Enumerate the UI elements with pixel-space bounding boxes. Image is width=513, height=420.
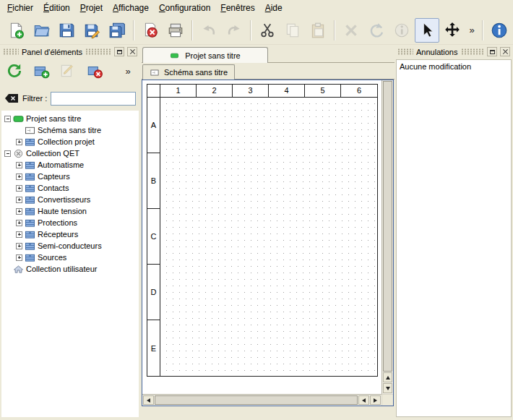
float-panel-button[interactable] [114, 47, 124, 56]
grip-icon[interactable] [85, 48, 111, 55]
close-panel-button[interactable] [127, 47, 137, 56]
new-document-button[interactable] [4, 18, 28, 43]
tree-item-project[interactable]: Projet sans titre [1, 113, 139, 124]
vertical-scrollbar-thumb[interactable] [383, 81, 392, 372]
undo-panel-titlebar[interactable]: Annulations [396, 46, 512, 57]
paste-icon [309, 22, 327, 39]
paste-button[interactable] [306, 18, 330, 43]
schema-tab-label: Schéma sans titre [164, 68, 228, 77]
toolbar-overflow-button[interactable]: » [465, 20, 478, 41]
tree-item-label: Capteurs [38, 172, 70, 181]
collection-icon [25, 195, 35, 205]
scroll-right-button[interactable] [370, 395, 381, 405]
toolbar-separator [133, 20, 134, 40]
scroll-left-button[interactable] [143, 395, 154, 405]
scroll-down-button[interactable] [383, 383, 392, 393]
tree-item-schema[interactable]: Schéma sans titre [1, 124, 139, 136]
elements-toolbar-overflow-button[interactable]: » [121, 60, 134, 82]
expander-icon[interactable] [16, 254, 22, 261]
tree-item-haute-tension[interactable]: Haute tension [1, 205, 139, 217]
copy-button[interactable] [280, 18, 305, 43]
element-info-button[interactable] [389, 18, 414, 43]
edit-element-button[interactable] [57, 60, 79, 82]
menu-edition[interactable]: Édition [38, 1, 75, 15]
menu-affichage[interactable]: Affichage [108, 1, 154, 15]
filter-input[interactable] [51, 92, 136, 106]
schema-tab[interactable]: Schéma sans titre [142, 64, 235, 80]
undo-history-list[interactable]: Aucune modification [396, 59, 512, 417]
redo-button[interactable] [222, 18, 246, 43]
backspace-clear-icon[interactable] [4, 93, 19, 103]
save-as-button[interactable] [79, 18, 104, 43]
close-file-button[interactable] [138, 18, 163, 43]
grip-icon[interactable] [461, 48, 485, 55]
collection-icon [25, 160, 35, 170]
expander-icon[interactable] [16, 243, 22, 249]
grip-icon[interactable] [397, 48, 413, 55]
expander-icon[interactable] [16, 197, 22, 203]
menu-fichier[interactable]: Fichier [2, 1, 38, 15]
vertical-scrollbar[interactable] [381, 80, 393, 394]
arrow-left-icon [362, 398, 366, 403]
tree-item-label: Protections [38, 218, 77, 227]
elements-panel-titlebar[interactable]: Panel d'éléments [1, 46, 139, 57]
tree-item-collection-projet[interactable]: Collection projet [1, 136, 139, 147]
menu-aide[interactable]: Aide [260, 1, 288, 15]
tree-item-semi-conducteurs[interactable]: Semi-conducteurs [1, 240, 139, 252]
expander-icon[interactable] [16, 139, 22, 145]
delete-button[interactable] [339, 18, 363, 43]
chevron-double-icon: » [125, 66, 130, 77]
menu-configuration[interactable]: Configuration [154, 1, 215, 15]
about-button[interactable] [487, 18, 512, 43]
scroll-left-button-secondary[interactable] [358, 395, 369, 405]
tree-item-contacts[interactable]: Contacts [1, 182, 139, 194]
open-document-button[interactable] [29, 18, 53, 43]
menu-projet[interactable]: Projet [75, 1, 108, 15]
rotate-button[interactable] [364, 18, 389, 43]
horizontal-scrollbar-thumb[interactable] [155, 395, 358, 405]
scroll-up-button[interactable] [383, 372, 392, 382]
collection-icon [25, 241, 35, 251]
collection-icon [25, 218, 35, 228]
menu-fenetres[interactable]: Fenêtres [215, 1, 259, 15]
tree-item-protections[interactable]: Protections [1, 217, 139, 228]
new-element-button[interactable] [30, 60, 52, 82]
expander-icon[interactable] [4, 150, 11, 157]
expander-icon[interactable] [16, 162, 22, 168]
tree-item-sources[interactable]: Sources [1, 252, 139, 263]
redo-arrow-icon [225, 22, 243, 39]
tree-item-capteurs[interactable]: Capteurs [1, 171, 139, 182]
expander-icon[interactable] [16, 185, 22, 192]
float-panel-button[interactable] [487, 47, 497, 56]
save-button[interactable] [54, 18, 79, 43]
grip-icon[interactable] [3, 48, 19, 55]
diagram-canvas[interactable]: 1 2 3 4 5 6 A B C D E [142, 80, 381, 394]
save-all-button[interactable] [105, 18, 129, 43]
expander-icon[interactable] [16, 208, 22, 215]
column-header: 6 [341, 85, 377, 98]
tree-item-label: Récepteurs [38, 230, 78, 239]
select-mode-button[interactable] [415, 18, 439, 43]
undo-button[interactable] [197, 18, 221, 43]
tree-item-convertisseurs[interactable]: Convertisseurs [1, 194, 139, 205]
close-panel-button[interactable] [500, 47, 510, 56]
project-tab[interactable]: Projet sans titre [142, 47, 268, 63]
tree-item-recepteurs[interactable]: Récepteurs [1, 228, 139, 240]
horizontal-scrollbar[interactable] [142, 394, 381, 406]
project-tab-label: Projet sans titre [185, 51, 240, 60]
cut-button[interactable] [255, 18, 280, 43]
reload-collections-button[interactable] [4, 60, 25, 82]
expander-icon[interactable] [16, 231, 22, 238]
tree-item-collection-utilisateur[interactable]: Collection utilisateur [1, 263, 139, 275]
pan-mode-button[interactable] [440, 18, 465, 43]
elements-toolbar: » [1, 57, 139, 85]
expander-icon[interactable] [4, 116, 11, 122]
tree-item-automatisme[interactable]: Automatisme [1, 159, 139, 171]
tree-item-collection-qet[interactable]: Collection QET [1, 147, 139, 159]
print-button[interactable] [163, 18, 188, 43]
tree-item-label: Projet sans titre [26, 114, 81, 123]
column-header: 2 [197, 85, 233, 98]
delete-element-button[interactable] [84, 60, 105, 82]
expander-icon[interactable] [16, 173, 22, 180]
expander-icon[interactable] [16, 220, 22, 226]
